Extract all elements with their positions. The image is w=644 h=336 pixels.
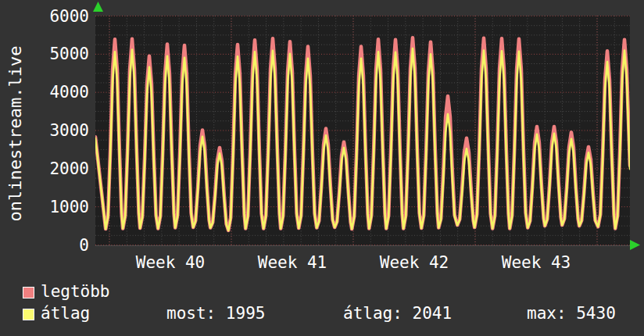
legend-label-legtobb: legtöbb <box>41 282 110 301</box>
y-axis-arrow-icon <box>93 2 103 12</box>
x-axis-week-label: Week 41 <box>222 253 363 272</box>
legend-label-atlag: átlag <box>41 304 90 323</box>
chart-canvas <box>95 16 630 245</box>
y-axis-tick-label: 6000 <box>0 8 89 25</box>
y-axis-tick-label: 4000 <box>0 84 89 101</box>
y-axis-tick-label: 0 <box>0 237 89 254</box>
y-axis-tick-label: 2000 <box>0 160 89 177</box>
x-axis-arrow-icon <box>630 240 641 250</box>
stat-atlag: átlag: 2041 <box>343 304 452 323</box>
stat-most: most: 1995 <box>166 304 265 323</box>
x-axis-week-label: Week 40 <box>100 253 241 272</box>
legend-swatch-atlag <box>23 309 34 320</box>
y-axis-tick-label: 5000 <box>0 45 89 63</box>
stat-max: max: 5430 <box>527 304 616 323</box>
graph-panel: onlinestream.live 0100020003000400050006… <box>0 0 644 336</box>
listeners-chart-plot <box>95 16 630 246</box>
x-axis-week-label: Week 42 <box>344 253 485 272</box>
y-axis-tick-label: 3000 <box>0 122 89 139</box>
legend-swatch-legtobb <box>23 287 34 298</box>
x-axis-week-label: Week 43 <box>466 253 606 272</box>
y-axis-tick-label: 1000 <box>0 198 89 216</box>
